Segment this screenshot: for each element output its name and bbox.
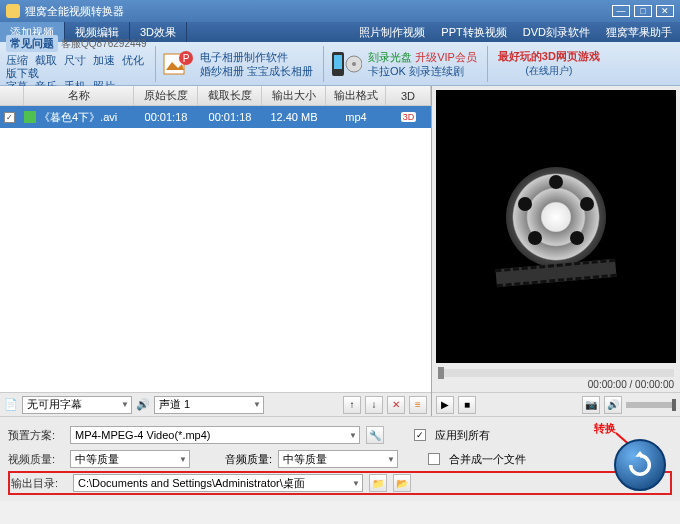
settings-panel: 转换 预置方案: MP4-MPEG-4 Video(*.mp4)▼ 🔧 ✓ 应用… bbox=[0, 416, 680, 501]
player-controls: ▶ ■ 📷 🔊 bbox=[432, 392, 680, 416]
time-display: 00:00:00 / 00:00:00 bbox=[432, 379, 680, 392]
link-photo-video[interactable]: 照片制作视频 bbox=[351, 22, 433, 42]
apply-all-checkbox[interactable]: ✓ bbox=[414, 429, 426, 441]
audio-combo[interactable]: 声道 1▼ bbox=[154, 396, 264, 414]
preset-settings-button[interactable]: 🔧 bbox=[366, 426, 384, 444]
file-icon bbox=[24, 111, 36, 123]
list-menu-button[interactable]: ≡ bbox=[409, 396, 427, 414]
cell-cliplen: 00:01:18 bbox=[198, 111, 262, 123]
burn-text[interactable]: 刻录光盘 升级VIP会员 卡拉OK 刻录连续剧 bbox=[368, 50, 487, 78]
cell-name: 《暮色4下》.avi bbox=[24, 110, 134, 125]
faq-title: 常见问题 bbox=[6, 35, 58, 52]
aq-label: 音频质量: bbox=[216, 452, 272, 467]
preview-area bbox=[436, 90, 676, 363]
preset-label: 预置方案: bbox=[8, 428, 64, 443]
titlebar: 狸窝全能视频转换器 — □ ✕ bbox=[0, 0, 680, 22]
link-dvd-burn[interactable]: DVD刻录软件 bbox=[515, 22, 598, 42]
link-apple-helper[interactable]: 狸窝苹果助手 bbox=[598, 22, 680, 42]
convert-button[interactable] bbox=[614, 439, 666, 491]
game-link[interactable]: 最好玩的3D网页游戏(在线用户) bbox=[488, 49, 610, 78]
close-button[interactable]: ✕ bbox=[656, 5, 674, 17]
faq-link[interactable]: 压缩 bbox=[6, 54, 28, 66]
move-up-button[interactable]: ↑ bbox=[343, 396, 361, 414]
preview-panel: 00:00:00 / 00:00:00 ▶ ■ 📷 🔊 bbox=[432, 86, 680, 416]
table-body: ✓ 《暮色4下》.avi 00:01:18 00:01:18 12.40 MB … bbox=[0, 106, 431, 392]
vq-combo[interactable]: 中等质量▼ bbox=[70, 450, 190, 468]
apply-all-label: 应用到所有 bbox=[435, 428, 490, 443]
film-reel-icon bbox=[496, 167, 616, 287]
app-title: 狸窝全能视频转换器 bbox=[25, 4, 124, 19]
audio-icon: 🔊 bbox=[136, 398, 150, 411]
merge-label: 合并成一个文件 bbox=[449, 452, 526, 467]
scrub-bar[interactable] bbox=[438, 369, 674, 377]
col-name[interactable]: 名称 bbox=[24, 86, 134, 105]
svg-point-6 bbox=[352, 62, 356, 66]
aq-combo[interactable]: 中等质量▼ bbox=[278, 450, 398, 468]
row-checkbox[interactable]: ✓ bbox=[4, 112, 15, 123]
svg-text:P: P bbox=[183, 53, 190, 64]
remove-button[interactable]: ✕ bbox=[387, 396, 405, 414]
3d-badge[interactable]: 3D bbox=[401, 112, 417, 122]
subtitle-combo[interactable]: 无可用字幕▼ bbox=[22, 396, 132, 414]
faq-link[interactable]: 尺寸 bbox=[64, 54, 86, 66]
faq-link[interactable]: 截取 bbox=[35, 54, 57, 66]
merge-checkbox[interactable] bbox=[428, 453, 440, 465]
col-size[interactable]: 输出大小 bbox=[262, 86, 326, 105]
stop-button[interactable]: ■ bbox=[458, 396, 476, 414]
scrub-handle[interactable] bbox=[438, 367, 444, 379]
col-3d[interactable]: 3D bbox=[386, 86, 431, 105]
maximize-button[interactable]: □ bbox=[634, 5, 652, 17]
col-cliplen[interactable]: 截取长度 bbox=[198, 86, 262, 105]
vq-label: 视频质量: bbox=[8, 452, 64, 467]
faq-link[interactable]: 加速 bbox=[93, 54, 115, 66]
phone-dvd-icon[interactable] bbox=[330, 48, 362, 80]
album-icon[interactable]: P bbox=[162, 48, 194, 80]
output-label: 输出目录: bbox=[11, 476, 67, 491]
col-origlen[interactable]: 原始长度 bbox=[134, 86, 198, 105]
app-icon bbox=[6, 4, 20, 18]
file-list-panel: 名称 原始长度 截取长度 输出大小 输出格式 3D ✓ 《暮色4下》.avi 0… bbox=[0, 86, 432, 416]
minimize-button[interactable]: — bbox=[612, 5, 630, 17]
play-button[interactable]: ▶ bbox=[436, 396, 454, 414]
list-toolbar: 📄 无可用字幕▼ 🔊 声道 1▼ ↑ ↓ ✕ ≡ bbox=[0, 392, 431, 416]
open-folder-button[interactable]: 📂 bbox=[393, 474, 411, 492]
volume-button[interactable]: 🔊 bbox=[604, 396, 622, 414]
subtitle-icon: 📄 bbox=[4, 398, 18, 411]
cell-size: 12.40 MB bbox=[262, 111, 326, 123]
link-ppt-video[interactable]: PPT转换视频 bbox=[433, 22, 514, 42]
toolbar: 常见问题 客服QQ876292449 压缩 截取 尺寸 加速 优化版下载 字幕 … bbox=[0, 42, 680, 86]
table-header: 名称 原始长度 截取长度 输出大小 输出格式 3D bbox=[0, 86, 431, 106]
cell-fmt: mp4 bbox=[326, 111, 386, 123]
output-combo[interactable]: C:\Documents and Settings\Administrator\… bbox=[73, 474, 363, 492]
col-fmt[interactable]: 输出格式 bbox=[326, 86, 386, 105]
browse-button[interactable]: 📁 bbox=[369, 474, 387, 492]
volume-slider[interactable] bbox=[626, 402, 676, 408]
album-text[interactable]: 电子相册制作软件婚纱相册 宝宝成长相册 bbox=[200, 50, 323, 78]
move-down-button[interactable]: ↓ bbox=[365, 396, 383, 414]
preset-combo[interactable]: MP4-MPEG-4 Video(*.mp4)▼ bbox=[70, 426, 360, 444]
svg-rect-4 bbox=[334, 55, 342, 69]
table-row[interactable]: ✓ 《暮色4下》.avi 00:01:18 00:01:18 12.40 MB … bbox=[0, 106, 431, 128]
cell-origlen: 00:01:18 bbox=[134, 111, 198, 123]
faq-contact: 客服QQ876292449 bbox=[61, 38, 147, 49]
snapshot-button[interactable]: 📷 bbox=[582, 396, 600, 414]
